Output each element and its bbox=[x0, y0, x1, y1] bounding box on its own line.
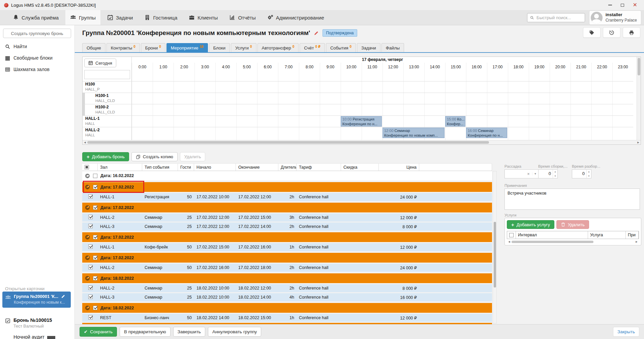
collapse-circle-icon[interactable] bbox=[85, 276, 90, 281]
seating-select[interactable]: × ▼ bbox=[504, 169, 539, 178]
quick-search-input[interactable] bbox=[536, 15, 582, 21]
nav-item-3[interactable]: Задачи bbox=[102, 10, 137, 25]
booking-checkbox[interactable] bbox=[88, 315, 93, 319]
date-group-row[interactable]: Дата: 17.02.2022 bbox=[82, 182, 492, 192]
date-group-row[interactable]: Дата: 18.02.2022 bbox=[82, 303, 492, 313]
booking-row[interactable]: HALL-3Семинар2517.02.2022 12:0017.02.202… bbox=[82, 223, 492, 231]
scrollbar-thumb[interactable] bbox=[512, 241, 593, 243]
date-group-checkbox[interactable] bbox=[93, 205, 97, 210]
collapse-circle-icon[interactable] bbox=[85, 305, 90, 310]
open-card-group[interactable]: Группа №200001 'К... Конференция по новы… bbox=[2, 292, 71, 308]
minimize-button[interactable] bbox=[608, 5, 612, 5]
step-up-icon[interactable]: ▲ bbox=[587, 170, 591, 174]
date-group-checkbox[interactable] bbox=[93, 306, 97, 310]
booking-row[interactable]: HALL-1Регистрация5017.02.2022 10:0017.02… bbox=[82, 193, 492, 201]
scrollbar-thumb[interactable] bbox=[87, 141, 489, 144]
user-card[interactable]: installer Cranberry Palace bbox=[589, 10, 641, 25]
notes-field[interactable]: Встреча участников bbox=[504, 189, 640, 210]
step-down-icon[interactable]: ▼ bbox=[587, 174, 591, 178]
close-button[interactable]: ✕ bbox=[633, 2, 637, 8]
booking-row[interactable]: HALL-1Кофе-брейк5017.02.2022 15:0017.02.… bbox=[82, 243, 492, 251]
booking-checkbox[interactable] bbox=[88, 265, 93, 269]
tab-5[interactable]: Блоки bbox=[209, 43, 230, 53]
close-card-button[interactable]: Закрыть bbox=[613, 327, 639, 337]
date-group-row[interactable]: Дата: 17.02.2022 bbox=[82, 253, 492, 263]
collapse-circle-icon[interactable] bbox=[85, 255, 90, 260]
date-group-checkbox[interactable] bbox=[93, 256, 97, 260]
tab-1[interactable]: Общие bbox=[82, 43, 105, 53]
edit-title-pencil-icon[interactable] bbox=[314, 31, 319, 36]
to-preliminary-button[interactable]: В предварительную bbox=[120, 327, 171, 337]
add-booking-button[interactable]: + Добавить бронь bbox=[82, 152, 129, 161]
booking-checkbox[interactable] bbox=[88, 285, 93, 290]
setup-time-value[interactable]: 0 bbox=[539, 170, 553, 178]
clear-icon[interactable]: × bbox=[525, 171, 532, 176]
timeline-event-block[interactable]: 12:00СеминарКонференция по новым комп... bbox=[382, 128, 444, 138]
nav-item-4[interactable]: Гостиница bbox=[140, 10, 182, 25]
nav-item-7[interactable]: Администрирование bbox=[263, 10, 329, 25]
scroll-right-icon[interactable]: ► bbox=[634, 240, 639, 244]
booking-row[interactable]: HALL-2Семинар2518.02.2022 10:0018.02.202… bbox=[82, 284, 492, 292]
delete-service-button[interactable]: Удалить bbox=[556, 220, 589, 229]
booking-row[interactable]: RESTБизнес-ланч5018.02.2022 14:0018.02.2… bbox=[82, 314, 492, 322]
tab-4[interactable]: Мероприятие18 bbox=[166, 43, 208, 53]
quick-search[interactable] bbox=[527, 13, 585, 22]
setup-time-stepper[interactable]: 0 ▲▼ bbox=[538, 169, 558, 178]
date-group-checkbox[interactable] bbox=[93, 276, 97, 280]
add-service-button[interactable]: + Добавить услугу bbox=[507, 220, 554, 229]
annul-group-button[interactable]: Аннулировать группу bbox=[208, 327, 261, 337]
booking-row[interactable]: HALL-2Семинар5017.02.2022 16:0017.02.202… bbox=[82, 264, 492, 272]
date-group-row[interactable]: Дата: 17.02.2022 bbox=[82, 203, 492, 212]
service-select-all-checkbox[interactable] bbox=[509, 233, 514, 237]
tab-2[interactable]: Контракты0 bbox=[106, 43, 140, 53]
tab-11[interactable]: Файлы bbox=[381, 43, 404, 53]
delete-button[interactable]: Удалить bbox=[180, 152, 206, 161]
tab-3[interactable]: Брони0 bbox=[141, 43, 165, 53]
sidebar-item-night-audit[interactable]: Ночной аудит bbox=[13, 334, 44, 339]
step-up-icon[interactable]: ▲ bbox=[553, 170, 557, 174]
tab-8[interactable]: Счёт0 ₽ bbox=[300, 43, 325, 53]
tab-10[interactable]: Задачи bbox=[357, 43, 380, 53]
finish-button[interactable]: Завершить bbox=[173, 327, 205, 337]
nav-item-5[interactable]: Клиенты bbox=[184, 10, 222, 25]
collapse-circle-icon[interactable] bbox=[85, 205, 90, 210]
tab-7[interactable]: Автотрансфер0 bbox=[257, 43, 299, 53]
step-down-icon[interactable]: ▼ bbox=[553, 174, 557, 178]
create-group-booking-button[interactable]: Создать групповую бронь bbox=[3, 29, 71, 38]
booking-row[interactable]: HALL-2Семинар2517.02.2022 12:0017.02.202… bbox=[82, 213, 492, 222]
booking-checkbox[interactable] bbox=[88, 244, 93, 249]
date-group-checkbox[interactable] bbox=[93, 174, 97, 178]
booking-checkbox[interactable] bbox=[88, 215, 93, 219]
select-all-checkbox[interactable] bbox=[85, 165, 89, 169]
date-group-row[interactable]: Дата: 18.02.2022 bbox=[82, 273, 492, 283]
save-button[interactable]: ✔ Сохранить bbox=[80, 327, 117, 337]
date-group-row[interactable]: Дата: 17.02.2022 bbox=[82, 232, 492, 242]
services-horizontal-scrollbar[interactable]: ◄ ► bbox=[507, 240, 639, 243]
create-copy-button[interactable]: Создать копию bbox=[131, 152, 178, 161]
scrollbar-thumb[interactable] bbox=[494, 222, 496, 287]
date-group-row[interactable]: Дата: 16.02.2022 bbox=[82, 171, 492, 180]
date-group-checkbox[interactable] bbox=[93, 235, 97, 239]
tab-9[interactable]: События0 bbox=[326, 43, 356, 53]
maximize-button[interactable] bbox=[621, 4, 624, 7]
sidebar-item-2[interactable]: Свободные блоки bbox=[0, 52, 74, 64]
tab-6[interactable]: Услуги0 bbox=[231, 43, 256, 53]
table-vertical-scrollbar[interactable] bbox=[493, 171, 497, 324]
timeline-event-block[interactable]: 10:00РегистрацияКонференция по н... bbox=[341, 116, 382, 127]
collapse-circle-icon[interactable] bbox=[85, 173, 90, 178]
date-group-checkbox[interactable] bbox=[93, 185, 97, 189]
nav-item-2[interactable]: Группы bbox=[65, 10, 100, 25]
booking-checkbox[interactable] bbox=[88, 295, 93, 299]
timeline-filter-input[interactable] bbox=[84, 70, 130, 79]
booking-checkbox[interactable] bbox=[88, 224, 93, 228]
booking-row[interactable]: HALL-3Семинар2518.02.2022 10:0018.02.202… bbox=[82, 293, 492, 301]
edit-pencil-icon[interactable] bbox=[61, 294, 65, 299]
open-card-booking[interactable]: Бронь №100015 Тест Валютный bbox=[5, 317, 52, 329]
chevron-down-icon[interactable]: ▼ bbox=[532, 172, 538, 175]
booking-checkbox[interactable] bbox=[88, 194, 93, 199]
teardown-time-stepper[interactable]: 0 ▲▼ bbox=[572, 169, 591, 178]
collapse-circle-icon[interactable] bbox=[85, 184, 90, 190]
nav-item-6[interactable]: Отчёты bbox=[224, 10, 260, 25]
nav-item-1[interactable]: Служба приёма bbox=[8, 10, 63, 25]
teardown-time-value[interactable]: 0 bbox=[572, 170, 586, 178]
